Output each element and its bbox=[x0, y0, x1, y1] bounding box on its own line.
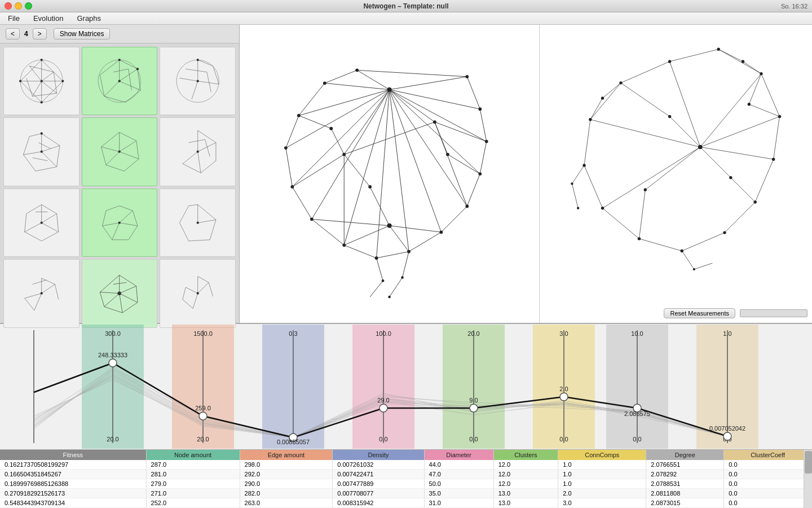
svg-point-210 bbox=[310, 217, 314, 221]
menu-evolution[interactable]: Evolution bbox=[31, 14, 65, 23]
svg-line-62 bbox=[136, 141, 139, 159]
svg-point-326 bbox=[560, 393, 568, 401]
thumb-cell-3-1[interactable] bbox=[3, 189, 80, 257]
table-cell: 271.0 bbox=[146, 489, 240, 498]
menu-file[interactable]: File bbox=[6, 14, 22, 23]
svg-line-71 bbox=[102, 147, 120, 152]
table-cell: 12.0 bbox=[493, 460, 558, 470]
svg-line-252 bbox=[718, 49, 743, 62]
svg-point-204 bbox=[478, 172, 482, 176]
svg-point-271 bbox=[582, 164, 585, 167]
svg-text:20.0: 20.0 bbox=[197, 436, 209, 443]
minimize-button[interactable] bbox=[15, 2, 22, 10]
svg-text:0.3: 0.3 bbox=[289, 330, 297, 337]
svg-line-1 bbox=[41, 60, 63, 81]
svg-line-44 bbox=[207, 72, 211, 92]
svg-point-214 bbox=[323, 81, 326, 85]
svg-line-102 bbox=[106, 205, 120, 211]
svg-line-259 bbox=[694, 263, 712, 269]
table-cell: 0.166504351845267 bbox=[0, 470, 146, 479]
svg-line-258 bbox=[682, 251, 694, 269]
svg-line-9 bbox=[32, 93, 56, 96]
svg-line-73 bbox=[198, 130, 216, 142]
svg-point-220 bbox=[329, 127, 333, 130]
svg-point-322 bbox=[379, 404, 387, 412]
table-cell: 0.18999769885126388 bbox=[0, 479, 146, 489]
reset-measurements-button[interactable]: Reset Measurements bbox=[664, 308, 735, 318]
thumb-cell-3-2[interactable] bbox=[82, 189, 158, 257]
table-cell: 298.0 bbox=[240, 460, 333, 470]
svg-line-225 bbox=[670, 49, 719, 62]
svg-line-82 bbox=[205, 140, 210, 157]
svg-point-261 bbox=[668, 60, 671, 63]
svg-line-175 bbox=[286, 116, 299, 148]
svg-line-124 bbox=[32, 280, 46, 284]
table-row[interactable]: 0.5483443943709134252.0263.00.0083159423… bbox=[0, 498, 812, 508]
svg-line-141 bbox=[209, 283, 213, 297]
thumb-cell-1-3[interactable] bbox=[160, 47, 236, 115]
svg-line-79 bbox=[198, 152, 201, 173]
table-row[interactable]: 0.162173705081992​97287.0298.00.00726103… bbox=[0, 460, 812, 470]
prev-button[interactable]: < bbox=[6, 28, 20, 40]
svg-line-177 bbox=[325, 70, 357, 83]
svg-line-93 bbox=[24, 222, 41, 231]
svg-point-262 bbox=[717, 48, 720, 51]
thumb-cell-3-3[interactable] bbox=[160, 189, 236, 257]
svg-line-257 bbox=[572, 183, 579, 208]
svg-line-70 bbox=[106, 152, 120, 165]
svg-line-56 bbox=[23, 152, 41, 155]
close-button[interactable] bbox=[5, 2, 12, 10]
svg-line-157 bbox=[344, 90, 389, 245]
svg-point-217 bbox=[342, 153, 346, 156]
table-cell: 1.0 bbox=[558, 479, 646, 489]
svg-line-147 bbox=[183, 300, 193, 309]
graph-panel-1[interactable] bbox=[240, 25, 540, 323]
thumb-cell-4-2[interactable] bbox=[82, 259, 158, 327]
thumb-cell-4-3[interactable] bbox=[160, 259, 236, 327]
table-row[interactable]: 0.270918292152​6173271.0282.00.007708077… bbox=[0, 489, 812, 498]
menu-graphs[interactable]: Graphs bbox=[74, 14, 103, 23]
svg-line-195 bbox=[448, 155, 480, 174]
progress-bar bbox=[740, 309, 807, 317]
svg-line-129 bbox=[104, 306, 122, 313]
svg-line-248 bbox=[645, 147, 700, 190]
table-cell: 0.0 bbox=[724, 489, 812, 498]
top-section: < 4 > Show Matrices bbox=[0, 25, 812, 324]
thumb-cell-4-1[interactable] bbox=[3, 259, 80, 327]
svg-text:2.086575: 2.086575 bbox=[624, 410, 650, 417]
col-header-conncomps: ConnComps bbox=[558, 450, 646, 460]
svg-line-11 bbox=[29, 66, 41, 81]
table-row[interactable]: 0.18999769885126388279.0290.00.007477889… bbox=[0, 479, 812, 489]
svg-line-98 bbox=[129, 226, 138, 240]
svg-line-8 bbox=[54, 72, 56, 94]
window-controls[interactable] bbox=[5, 2, 32, 10]
svg-line-145 bbox=[193, 294, 198, 309]
maximize-button[interactable] bbox=[25, 2, 32, 10]
thumb-cell-2-3[interactable] bbox=[160, 117, 236, 186]
col-header-nodes: Node amount bbox=[146, 450, 240, 460]
svg-line-144 bbox=[186, 287, 197, 294]
svg-line-138 bbox=[113, 283, 127, 284]
col-header-fitness: Fitness bbox=[0, 450, 146, 460]
thumb-cell-1-1[interactable] bbox=[3, 47, 80, 115]
graph-panel-2[interactable]: Reset Measurements bbox=[540, 25, 812, 323]
next-button[interactable]: > bbox=[33, 28, 47, 40]
thumb-cell-2-1[interactable] bbox=[3, 117, 80, 186]
table-row[interactable]: 0.166504351845267281.0292.00.00742247147… bbox=[0, 470, 812, 479]
svg-text:1.0: 1.0 bbox=[723, 330, 731, 337]
bottom-section: 300.0 1500.0 0.3 100.0 20.0 3.0 10.0 1.0… bbox=[0, 324, 812, 508]
svg-text:1500.0: 1500.0 bbox=[193, 330, 213, 337]
svg-line-66 bbox=[102, 133, 120, 147]
svg-line-233 bbox=[603, 208, 639, 239]
thumb-cell-2-2[interactable] bbox=[82, 117, 158, 186]
thumb-cell-1-2[interactable] bbox=[82, 47, 158, 115]
svg-point-116 bbox=[197, 221, 199, 224]
show-matrices-button[interactable]: Show Matrices bbox=[54, 28, 111, 40]
system-clock: So. 16:32 bbox=[781, 3, 807, 10]
svg-line-127 bbox=[136, 286, 138, 303]
svg-line-182 bbox=[344, 122, 435, 154]
svg-line-4 bbox=[20, 60, 42, 81]
scrollbar[interactable] bbox=[804, 450, 812, 508]
data-table: Fitness Node amount Edge amount Density … bbox=[0, 450, 812, 508]
svg-point-224 bbox=[382, 279, 385, 282]
